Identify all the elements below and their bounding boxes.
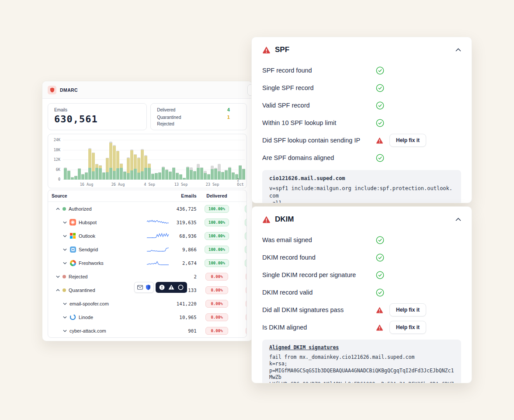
sparkline xyxy=(147,259,172,267)
circle-outline-icon[interactable] xyxy=(178,285,184,290)
chevron-down-icon[interactable] xyxy=(63,221,67,224)
y-axis-label: 12K xyxy=(49,157,60,162)
chart-bar xyxy=(106,158,109,180)
check-circle-icon xyxy=(376,271,384,279)
x-axis-label: 4 Sep xyxy=(144,182,155,187)
shield-icon[interactable] xyxy=(146,285,151,290)
dmarc-cell: 100.00% xyxy=(237,219,247,226)
source-cell[interactable]: Rejected xyxy=(52,274,147,279)
status-dot xyxy=(63,207,66,211)
chart-bar xyxy=(141,149,144,180)
help-fix-it-button[interactable]: Help fix it xyxy=(389,303,426,316)
emails-cell: 2 xyxy=(172,274,197,279)
source-cell[interactable]: Authorized xyxy=(52,206,147,212)
chart-bar xyxy=(71,177,74,180)
spf-card-header[interactable]: SPF xyxy=(252,37,472,58)
table-row[interactable]: Outlook68,936100.00%100.00% xyxy=(48,229,247,243)
chart-bar xyxy=(183,178,186,180)
chevron-down-icon[interactable] xyxy=(63,262,67,264)
source-cell[interactable]: Sendgrid xyxy=(52,246,147,253)
dkim-card: DKIMWas email signedDKIM record foundSin… xyxy=(251,206,472,383)
panel-header: DMARC xyxy=(42,81,252,99)
table-row[interactable]: Quarantined154,1330.00%0.00% xyxy=(48,283,247,297)
source-cell[interactable]: Quarantined xyxy=(52,288,147,293)
chevron-down-icon[interactable] xyxy=(63,330,67,332)
source-cell[interactable]: Freshworks xyxy=(52,260,147,266)
check-label: Is DKIM aligned xyxy=(262,324,376,331)
chart-bar xyxy=(218,164,221,180)
code-line: fail from mx._domainkey.cio121626.mail.s… xyxy=(269,354,454,361)
check-row: Valid SPF record xyxy=(262,97,461,114)
delivered-cell: 0.00% xyxy=(197,273,237,281)
chart-bar xyxy=(85,172,88,180)
chevron-up-icon[interactable] xyxy=(56,208,60,210)
collapse-button[interactable] xyxy=(455,48,461,52)
dmarc-cell: 0.00% xyxy=(237,286,247,294)
stats-row: Emails 630,561 Delivered4Quarantined1Rej… xyxy=(48,103,247,130)
col-source: Source xyxy=(52,193,147,198)
source-cell[interactable]: email-spoofer.com xyxy=(52,301,147,306)
x-axis-label: 2 Oct xyxy=(237,178,243,187)
check-row: DKIM record valid xyxy=(262,284,461,301)
stat-value: 1 xyxy=(227,115,240,120)
status-dot xyxy=(63,275,66,278)
chevron-down-icon[interactable] xyxy=(63,235,67,237)
warning-triangle-icon xyxy=(262,46,271,54)
table-row[interactable]: Rejected20.00%0.00% xyxy=(48,270,247,283)
triangle-warning-icon[interactable] xyxy=(168,285,174,290)
chart-bar xyxy=(190,167,193,180)
chevron-down-icon[interactable] xyxy=(63,248,67,251)
table-row[interactable]: email-spoofer.com141,2200.00%0.00% xyxy=(48,297,247,310)
check-row: Single DKIM record per signature xyxy=(262,266,461,284)
source-cell[interactable]: Hubspot xyxy=(52,219,147,226)
emails-cell: 436,725 xyxy=(172,206,197,212)
code-line: p=MIGfMA0GCSqGSIb3DQEBAQUAA4GNADCBiQKBgQ… xyxy=(269,368,454,381)
help-fix-it-button[interactable]: Help fix it xyxy=(389,134,426,147)
source-cell[interactable]: Linode xyxy=(52,314,147,320)
chart-bar xyxy=(109,142,112,180)
chart-bar xyxy=(116,151,119,180)
table-row[interactable]: Authorized436,725100.00%100.00% xyxy=(48,202,247,215)
delivered-cell: 100.00% xyxy=(197,232,237,240)
table-row[interactable]: Linode10,9650.00%0.00% xyxy=(48,310,247,324)
stat-label: Quarantined xyxy=(157,115,181,120)
check-circle-icon xyxy=(376,236,384,244)
chart-bar xyxy=(172,167,175,180)
source-cell[interactable]: Outlook xyxy=(52,233,147,239)
freshworks-icon xyxy=(69,260,76,266)
chevron-down-icon[interactable] xyxy=(56,275,60,278)
x-axis-label: 16 Aug xyxy=(80,182,94,187)
dkim-card-header[interactable]: DKIM xyxy=(252,207,472,228)
check-circle-icon xyxy=(376,84,384,92)
table-row[interactable]: Hubspot319,635100.00%100.00% xyxy=(48,215,247,229)
check-circle-icon xyxy=(376,101,384,110)
chart-bar xyxy=(95,164,98,180)
source-label: Quarantined xyxy=(69,288,95,293)
source-label: email-spoofer.com xyxy=(69,301,109,306)
help-fix-it-button[interactable]: Help fix it xyxy=(389,321,426,334)
chart-bar xyxy=(214,168,217,180)
stat-label: Rejected xyxy=(157,121,174,126)
chevron-down-icon[interactable] xyxy=(63,302,67,305)
check-label: DKIM record valid xyxy=(262,289,376,296)
delivered-cell: 0.00% xyxy=(197,286,237,294)
bar-group xyxy=(64,142,245,180)
chevron-up-icon[interactable] xyxy=(56,289,60,292)
table-row[interactable]: Freshworks2,674100.00%100.00% xyxy=(48,256,247,270)
circle-exclamation-icon[interactable] xyxy=(159,285,165,290)
x-axis-label: 13 Sep xyxy=(174,182,188,187)
source-label: Freshworks xyxy=(79,260,104,266)
y-axis-label: 6K xyxy=(49,167,60,172)
collapse-button[interactable] xyxy=(455,218,461,221)
chevron-down-icon[interactable] xyxy=(63,316,67,319)
delivered-cell: 100.00% xyxy=(197,246,237,253)
table-row[interactable]: cyber-attack.com9010.00%0.00% xyxy=(48,324,247,337)
emails-cell: 68,936 xyxy=(172,233,197,239)
chart-bar xyxy=(74,176,77,180)
source-cell[interactable]: cyber-attack.com xyxy=(52,328,147,333)
mail-icon[interactable] xyxy=(137,285,143,290)
table-row[interactable]: Sendgrid9,866100.00%100.00% xyxy=(48,243,247,256)
warning-triangle-icon xyxy=(376,137,383,144)
check-row: Did all DKIM signatures passHelp fix it xyxy=(262,301,461,319)
chart-bar xyxy=(176,173,179,180)
